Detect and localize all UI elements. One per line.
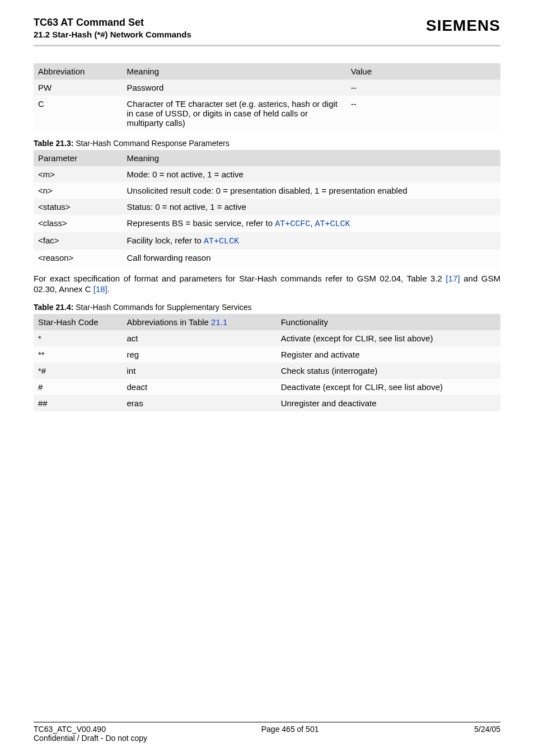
ref-18-link[interactable]: [18]: [93, 284, 107, 294]
cell-abbrev: int: [122, 363, 276, 379]
brand-logo: SIEMENS: [426, 17, 500, 35]
th-starhash-code: Star-Hash Code: [34, 314, 122, 330]
cell-func: Activate (except for CLIR, see list abov…: [277, 330, 500, 346]
table-row: # deact Deactivate (except for CLIR, see…: [34, 379, 500, 395]
cell-meaning: Mode: 0 = not active, 1 = active: [122, 166, 500, 182]
table-row: C Character of TE character set (e.g. as…: [34, 96, 500, 131]
cell-abbrev: C: [34, 96, 122, 131]
cell-code: #: [34, 379, 122, 395]
caption-label: Table 21.3:: [34, 139, 73, 148]
table-21-1-link[interactable]: 21.1: [211, 317, 227, 327]
table-row: <status> Status: 0 = not active, 1 = act…: [34, 199, 500, 215]
th-meaning: Meaning: [122, 150, 500, 166]
table-row: <n> Unsolicited result code: 0 = present…: [34, 182, 500, 199]
cell-code: *: [34, 330, 122, 346]
page-footer: TC63_ATC_V00.490 Page 465 of 501 5/24/05…: [34, 722, 500, 743]
cell-abbrev: PW: [34, 79, 122, 96]
table-row: PW Password --: [34, 79, 500, 96]
th-meaning: Meaning: [122, 63, 346, 79]
cell-meaning: Character of TE character set (e.g. aste…: [122, 96, 346, 131]
text-span: For exact specification of format and pa…: [34, 274, 446, 283]
cell-func: Unregister and deactivate: [277, 395, 500, 411]
at-clck-link[interactable]: AT+CLCK: [204, 237, 239, 246]
response-parameters-table: Parameter Meaning <m> Mode: 0 = not acti…: [34, 150, 500, 266]
caption-text: Star-Hash Commands for Supplementary Ser…: [73, 303, 251, 312]
cell-code: ##: [34, 395, 122, 411]
header-left: TC63 AT Command Set 21.2 Star-Hash (*#) …: [34, 17, 191, 39]
spec-reference-paragraph: For exact specification of format and pa…: [34, 274, 500, 295]
text-span: Represents BS = basic service, refer to: [127, 218, 275, 228]
table-row: <class> Represents BS = basic service, r…: [34, 215, 500, 232]
table-caption-21-3: Table 21.3: Star-Hash Command Response P…: [34, 139, 500, 148]
caption-text: Star-Hash Command Response Parameters: [73, 139, 229, 148]
cell-meaning: Call forwarding reason: [122, 250, 500, 266]
abbreviations-table: Abbreviation Meaning Value PW Password -…: [34, 63, 500, 131]
cell-param: <fac>: [34, 232, 122, 250]
cell-abbrev: act: [122, 330, 276, 346]
cell-value: --: [346, 96, 500, 131]
table-row: ** reg Register and activate: [34, 346, 500, 363]
footer-confidentiality: Confidential / Draft - Do not copy: [34, 734, 500, 743]
table-caption-21-4: Table 21.4: Star-Hash Commands for Suppl…: [34, 303, 500, 312]
th-parameter: Parameter: [34, 150, 122, 166]
cell-param: <n>: [34, 182, 122, 199]
header-rule: [34, 45, 500, 46]
page-header: TC63 AT Command Set 21.2 Star-Hash (*#) …: [34, 17, 500, 39]
text-span: ,: [310, 218, 315, 228]
cell-param: <class>: [34, 215, 122, 232]
footer-date: 5/24/05: [474, 725, 500, 734]
supplementary-services-table: Star-Hash Code Abbreviations in Table 21…: [34, 314, 500, 411]
footer-rule: [34, 722, 500, 722]
text-span: .: [107, 284, 110, 294]
cell-meaning: Unsolicited result code: 0 = presentatio…: [122, 182, 500, 199]
cell-value: --: [346, 79, 500, 96]
text-span: Abbreviations in Table: [127, 317, 211, 327]
cell-param: <m>: [34, 166, 122, 182]
cell-code: *#: [34, 363, 122, 379]
table-row: *# int Check status (interrogate): [34, 363, 500, 379]
ref-17-link[interactable]: [17]: [446, 274, 460, 283]
footer-doc-id: TC63_ATC_V00.490: [34, 725, 106, 734]
table-row: <m> Mode: 0 = not active, 1 = active: [34, 166, 500, 182]
doc-subtitle: 21.2 Star-Hash (*#) Network Commands: [34, 30, 191, 39]
th-abbrev-in-table: Abbreviations in Table 21.1: [122, 314, 276, 330]
doc-title: TC63 AT Command Set: [34, 17, 191, 29]
cell-abbrev: deact: [122, 379, 276, 395]
cell-param: <status>: [34, 199, 122, 215]
cell-abbrev: reg: [122, 346, 276, 363]
text-span: Facility lock, refer to: [127, 236, 204, 245]
footer-page-number: Page 465 of 501: [261, 725, 319, 734]
caption-label: Table 21.4:: [34, 303, 73, 312]
cell-meaning: Password: [122, 79, 346, 96]
th-functionality: Functionality: [277, 314, 500, 330]
cell-code: **: [34, 346, 122, 363]
cell-meaning: Facility lock, refer to AT+CLCK: [122, 232, 500, 250]
cell-param: <reason>: [34, 250, 122, 266]
cell-func: Deactivate (except for CLIR, see list ab…: [277, 379, 500, 395]
cell-meaning: Status: 0 = not active, 1 = active: [122, 199, 500, 215]
th-value: Value: [346, 63, 500, 79]
at-clck-link[interactable]: AT+CLCK: [315, 219, 350, 229]
table-row: ## eras Unregister and deactivate: [34, 395, 500, 411]
cell-abbrev: eras: [122, 395, 276, 411]
table-row: * act Activate (except for CLIR, see lis…: [34, 330, 500, 346]
table-row: <fac> Facility lock, refer to AT+CLCK: [34, 232, 500, 250]
cell-meaning: Represents BS = basic service, refer to …: [122, 215, 500, 232]
th-abbreviation: Abbreviation: [34, 63, 122, 79]
at-ccfc-link[interactable]: AT+CCFC: [275, 219, 310, 229]
cell-func: Register and activate: [277, 346, 500, 363]
cell-func: Check status (interrogate): [277, 363, 500, 379]
table-row: <reason> Call forwarding reason: [34, 250, 500, 266]
